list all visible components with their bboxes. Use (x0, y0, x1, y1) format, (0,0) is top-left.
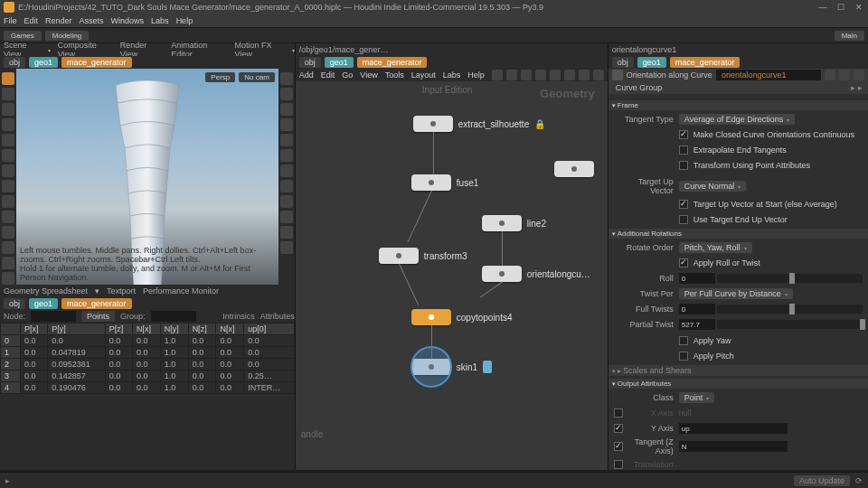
disp-icon[interactable] (280, 134, 293, 146)
tool-icon[interactable] (2, 241, 14, 254)
tool-icon[interactable] (2, 118, 14, 131)
tool-icon[interactable] (2, 164, 14, 177)
net-menu-labs[interactable]: Labs (443, 70, 461, 80)
net-menu-add[interactable]: Add (299, 70, 314, 80)
camera-persp-button[interactable]: Persp (205, 72, 235, 82)
menu-file[interactable]: File (4, 16, 17, 25)
twist-per-dropdown[interactable]: Per Full Curve by Distance (679, 288, 793, 299)
col-header[interactable]: P[y] (48, 324, 106, 335)
menu-labs[interactable]: Labs (151, 16, 169, 25)
col-header[interactable]: P[z] (105, 324, 132, 335)
net-menu-help[interactable]: Help (467, 70, 485, 80)
disp-icon[interactable] (280, 88, 293, 100)
disp-icon[interactable] (280, 72, 293, 85)
table-row[interactable]: 20.00.09523810.00.01.00.00.00.0 (1, 359, 295, 371)
col-header[interactable]: N[x] (216, 324, 244, 335)
crumb-geo[interactable]: geo1 (29, 298, 58, 309)
net-tool-icon[interactable] (535, 70, 546, 80)
tool-icon[interactable] (2, 88, 14, 100)
tool-icon[interactable] (2, 257, 14, 269)
net-menu-view[interactable]: View (360, 70, 377, 80)
col-header[interactable] (1, 324, 21, 335)
col-header[interactable]: N[y] (160, 324, 188, 335)
chk-yaxis[interactable] (614, 424, 623, 433)
node-field[interactable] (31, 311, 76, 322)
node-line-label[interactable] (482, 215, 522, 231)
chk-tangent[interactable] (614, 442, 623, 451)
viewport-3d[interactable]: Persp No cam (16, 69, 278, 285)
node-line[interactable] (554, 161, 594, 177)
disp-icon[interactable] (280, 164, 293, 177)
tangent-type-dropdown[interactable]: Average of Edge Directions (679, 114, 795, 125)
disp-icon[interactable] (280, 226, 293, 239)
net-menu-layout[interactable]: Layout (411, 70, 436, 80)
tab-textport[interactable]: Textport (107, 286, 136, 296)
node-transform[interactable] (379, 248, 419, 264)
chk-apply-pitch[interactable] (679, 352, 688, 361)
network-view[interactable]: Geometry Input Edition andle extract_sil… (296, 81, 608, 470)
partial-twist-field[interactable] (679, 319, 715, 330)
full-twists-field[interactable] (679, 304, 715, 314)
yaxis-field[interactable] (679, 423, 788, 434)
col-header[interactable]: up[0] (244, 324, 295, 335)
net-menu-tools[interactable]: Tools (385, 70, 404, 80)
col-header[interactable]: N[x] (132, 324, 160, 335)
tool-icon[interactable] (2, 103, 14, 116)
cook-icon[interactable]: ⟳ (855, 476, 863, 485)
disp-icon[interactable] (280, 241, 293, 254)
disp-icon[interactable] (280, 103, 293, 116)
section-scales[interactable]: ▸ Scales and Shears (609, 365, 868, 376)
crumb-node[interactable]: mace_generator (61, 298, 132, 309)
chk-extrapolate[interactable] (679, 145, 688, 155)
tab-geo-spread[interactable]: Geometry Spreadsheet (4, 286, 88, 296)
table-row[interactable]: 30.00.1428570.00.01.00.00.00.25… (1, 371, 295, 382)
tool-icon[interactable] (2, 195, 14, 208)
crumb-obj[interactable]: obj (299, 57, 321, 68)
shelf-games[interactable]: Games (4, 31, 42, 41)
group-field[interactable] (151, 311, 196, 322)
gear-icon[interactable] (825, 70, 835, 80)
net-tool-icon[interactable] (564, 70, 575, 80)
partial-twist-slider[interactable] (717, 320, 863, 329)
chk-target-end[interactable] (679, 215, 688, 224)
menu-assets[interactable]: Assets (80, 16, 104, 25)
class-dropdown[interactable]: Point (679, 392, 715, 403)
net-tool-icon[interactable] (579, 70, 590, 80)
tool-icon[interactable] (2, 180, 14, 192)
close-icon[interactable]: ✕ (854, 3, 864, 12)
node-fuse[interactable] (411, 174, 451, 191)
points-button[interactable]: Points (81, 311, 115, 322)
node-extract-silhouette[interactable] (413, 116, 453, 132)
tool-icon[interactable] (2, 272, 14, 285)
roll-field[interactable] (679, 273, 715, 284)
chk-apply-yaw[interactable] (679, 336, 688, 345)
auto-update-button[interactable]: Auto Update (794, 475, 850, 486)
tool-select-icon[interactable] (2, 72, 14, 85)
menu-help[interactable]: Help (176, 16, 193, 25)
camera-nocam-button[interactable]: No cam (239, 72, 275, 82)
node-orientalongcurve[interactable] (482, 266, 522, 282)
menu-edit[interactable]: Edit (24, 16, 39, 25)
minimize-icon[interactable]: — (817, 3, 828, 12)
maximize-icon[interactable]: ☐ (835, 3, 846, 12)
disp-icon[interactable] (280, 211, 293, 223)
disp-icon[interactable] (280, 118, 293, 131)
crumb-node[interactable]: mace_generator (670, 57, 741, 68)
net-menu-go[interactable]: Go (342, 70, 353, 80)
net-tool-icon[interactable] (492, 70, 503, 80)
spreadsheet[interactable]: P[x]P[y]P[z]N[x]N[y]N[z]N[x]up[0] 00.00.… (0, 323, 295, 470)
net-tool-icon[interactable] (506, 70, 517, 80)
disp-icon[interactable] (280, 149, 293, 162)
intrinsics-button[interactable]: Intrinsics (222, 312, 255, 321)
crumb-geo[interactable]: geo1 (325, 57, 354, 68)
parm-tab[interactable]: orientalongcurve1 (612, 45, 677, 54)
net-tool-icon[interactable] (550, 70, 561, 80)
arrow-icon[interactable]: ▸ ▸ (851, 83, 868, 92)
table-row[interactable]: 00.00.00.00.01.00.00.00.0 (1, 335, 295, 347)
col-header[interactable]: P[x] (21, 324, 48, 335)
node-skin[interactable] (411, 359, 451, 375)
chk-transform-attrs[interactable] (679, 161, 688, 170)
attributes-button[interactable]: Attributes (260, 312, 295, 321)
tool-icon[interactable] (2, 226, 14, 239)
section-rotations[interactable]: Additional Rotations (609, 229, 868, 239)
